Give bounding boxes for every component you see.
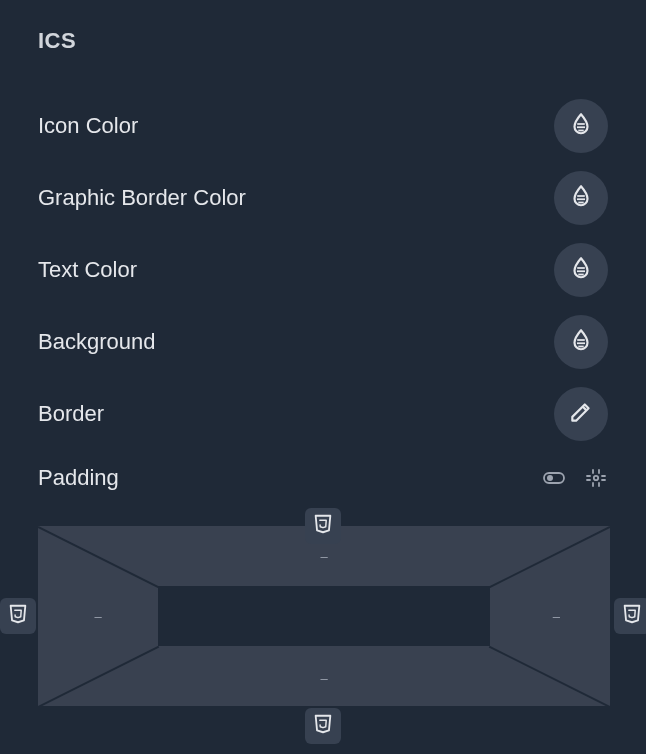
droplet-icon — [568, 327, 594, 357]
section-title: ICS — [38, 28, 608, 54]
css3-icon — [7, 603, 29, 629]
padding-css-badge-bottom[interactable] — [305, 708, 341, 744]
padding-css-badge-left[interactable] — [0, 598, 36, 634]
label-icon-color: Icon Color — [38, 113, 138, 139]
droplet-icon — [568, 111, 594, 141]
padding-right-value[interactable]: – — [553, 609, 560, 624]
border-edit-button[interactable] — [554, 387, 608, 441]
icon-color-picker-button[interactable] — [554, 99, 608, 153]
row-graphic-border-color: Graphic Border Color — [38, 162, 608, 234]
padding-box-editor[interactable]: – – – – — [38, 526, 610, 706]
droplet-icon — [568, 183, 594, 213]
padding-css-badge-right[interactable] — [614, 598, 646, 634]
droplet-icon — [568, 255, 594, 285]
label-graphic-border-color: Graphic Border Color — [38, 185, 246, 211]
graphic-border-color-picker-button[interactable] — [554, 171, 608, 225]
label-border: Border — [38, 401, 104, 427]
row-text-color: Text Color — [38, 234, 608, 306]
row-icon-color: Icon Color — [38, 90, 608, 162]
label-padding: Padding — [38, 465, 119, 491]
pencil-icon — [568, 399, 594, 429]
padding-editor-wrap: – – – – — [38, 526, 608, 706]
css3-icon — [621, 603, 643, 629]
padding-css-badge-top[interactable] — [305, 508, 341, 544]
background-color-picker-button[interactable] — [554, 315, 608, 369]
padding-link-sides-button[interactable] — [584, 466, 608, 490]
padding-bottom-value[interactable]: – — [320, 671, 327, 686]
label-background: Background — [38, 329, 155, 355]
css3-icon — [312, 513, 334, 539]
padding-toggle[interactable] — [542, 466, 566, 490]
padding-left-value[interactable]: – — [94, 609, 101, 624]
label-text-color: Text Color — [38, 257, 137, 283]
row-padding: Padding — [38, 450, 608, 506]
text-color-picker-button[interactable] — [554, 243, 608, 297]
padding-top-value[interactable]: – — [320, 549, 327, 564]
css3-icon — [312, 713, 334, 739]
row-background: Background — [38, 306, 608, 378]
row-border: Border — [38, 378, 608, 450]
